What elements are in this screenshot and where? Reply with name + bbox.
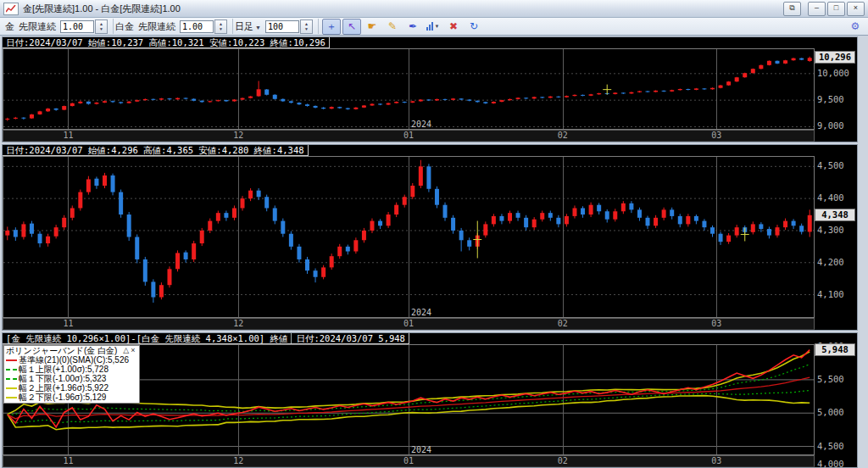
platinum-multiplier-input[interactable] — [180, 20, 214, 33]
price-tick-label: 4,300 — [817, 225, 844, 235]
spread-header-bar: [金 先限連続 10,296×1.00]-[白金 先限連続 4,348×1.00… — [3, 333, 857, 344]
legend-item: 幅１上限(+1.00σ):5,728 — [6, 365, 136, 374]
price-tick-label: 5,500 — [817, 374, 844, 384]
gold-chart-pane: 日付:2024/03/07 始値:10,237 高値:10,321 安値:10,… — [2, 36, 858, 142]
month-tick-label: 03 — [711, 319, 721, 329]
year-label: 2024 — [411, 120, 431, 129]
platinum-series-group: 白金 先限連続 ▲▼ — [114, 19, 233, 34]
platinum-time-axis[interactable]: 1112010203 — [3, 318, 815, 330]
pan-tool[interactable]: ☛ — [363, 19, 381, 35]
chart-type-dropdown[interactable]: ▼ — [424, 19, 442, 35]
month-tick-label: 12 — [233, 319, 243, 329]
chart-app-icon — [3, 3, 19, 15]
new-window-icon[interactable]: ⧉ — [783, 2, 801, 16]
title-bar: 金[先限連続]1.00 - 白金[先限連続]1.00 ⧉ – □ × — [0, 0, 868, 18]
spread-date-readout: 日付:2024/03/07 5,948 — [291, 333, 404, 343]
close-icon[interactable]: × — [847, 2, 865, 16]
platinum-price-axis[interactable]: 4,5004,4004,3004,2004,1004,348 — [815, 156, 857, 318]
gold-multiplier-input[interactable] — [60, 20, 94, 33]
axis-corner — [815, 130, 857, 142]
spread-chart-pane: [金 先限連続 10,296×1.00]-[白金 先限連続 4,348×1.00… — [2, 332, 858, 468]
month-tick-label: 11 — [63, 319, 73, 329]
platinum-multiplier-stepper[interactable]: ▲▼ — [214, 20, 227, 34]
price-tick-label: 4,400 — [817, 192, 844, 203]
legend-item: 幅１下限(-1.00σ):5,323 — [6, 374, 136, 383]
gold-ohlc-readout: 日付:2024/03/07 始値:10,237 高値:10,321 安値:10,… — [3, 37, 330, 48]
toolbar: 金 先限連続 ▲▼ 白金 先限連続 ▲▼ 日足▼ ▲▼ ＋↖☛✎✒▼✖↻ ⚙ — [0, 18, 868, 36]
price-tick-label: 4,500 — [817, 441, 844, 451]
platinum-series-mode: 先限連続 — [138, 20, 175, 33]
gold-multiplier-stepper[interactable]: ▲▼ — [95, 20, 108, 34]
price-tick-label: 10,000 — [817, 68, 849, 78]
legend-minimize-icon[interactable]: △ — [122, 346, 130, 355]
month-tick-label: 11 — [63, 456, 73, 466]
gold-series-group: 金 先限連続 ▲▼ — [3, 19, 114, 34]
period-group: 日足▼ ▲▼ — [233, 19, 319, 34]
month-tick-label: 02 — [558, 131, 568, 141]
month-tick-label: 01 — [403, 131, 414, 141]
legend-title: ボリンジャーバンド(金 白金) — [6, 346, 122, 355]
pencil-tool[interactable]: ✎ — [383, 19, 402, 35]
price-tick-label: 4,000 — [817, 459, 844, 468]
chart-area: 日付:2024/03/07 始値:10,237 高値:10,321 安値:10,… — [0, 36, 868, 468]
maximize-icon[interactable]: □ — [827, 2, 845, 16]
last-price-badge: 4,348 — [815, 209, 855, 221]
spread-price-axis[interactable]: 5,5005,0004,5006,0004,0005,948 — [815, 344, 857, 455]
refresh[interactable]: ↻ — [465, 19, 483, 35]
month-tick-label: 01 — [403, 456, 414, 466]
month-tick-label: 12 — [233, 131, 243, 141]
gold-time-axis[interactable]: 1112010203 — [3, 130, 815, 142]
legend-item: 基準線(21)(0)(SMA)(C):5,526 — [6, 355, 136, 365]
minimize-icon[interactable]: – — [808, 2, 826, 16]
legend-item: 幅２上限(+1.96σ):5,922 — [6, 383, 136, 393]
gold-series-mode: 先限連続 — [19, 20, 56, 33]
timeframe-dropdown[interactable]: 日足▼ — [235, 20, 261, 33]
bar-count-input[interactable] — [265, 20, 299, 33]
legend-item: 幅２下限(-1.96σ):5,129 — [6, 393, 136, 402]
price-tick-label: 4,500 — [817, 160, 844, 170]
price-tick-label: 9,000 — [817, 120, 844, 131]
platinum-info-bar: 日付:2024/03/07 始値:4,296 高値:4,365 安値:4,280… — [3, 145, 857, 156]
price-tick-label: 4,200 — [817, 257, 844, 267]
spread-chart-plot[interactable]: 2024 ボリンジャーバンド(金 白金) △ × 基準線(21)(0)(SMA)… — [3, 344, 815, 455]
price-tick-label: 9,500 — [817, 94, 844, 104]
price-tick-label: 5,000 — [817, 407, 844, 417]
month-tick-label: 01 — [403, 319, 414, 329]
gold-series-label: 金 — [5, 20, 14, 33]
gold-info-bar: 日付:2024/03/07 始値:10,237 高値:10,321 安値:10,… — [3, 37, 857, 48]
crosshair-tool[interactable]: ＋ — [322, 19, 341, 35]
bollinger-legend: ボリンジャーバンド(金 白金) △ × 基準線(21)(0)(SMA)(C):5… — [3, 345, 140, 404]
last-price-badge: 10,296 — [815, 51, 855, 64]
bar-count-stepper[interactable]: ▲▼ — [300, 20, 313, 34]
year-label: 2024 — [411, 445, 431, 454]
platinum-chart-plot[interactable]: 2024 — [3, 156, 815, 318]
wrench-settings-icon[interactable]: ⚙ — [846, 19, 865, 35]
platinum-chart-pane: 日付:2024/03/07 始値:4,296 高値:4,365 安値:4,280… — [2, 144, 858, 331]
pen-tool[interactable]: ✒ — [403, 19, 422, 35]
axis-corner — [815, 318, 857, 330]
month-tick-label: 02 — [558, 456, 568, 466]
tool-buttons: ＋↖☛✎✒▼✖↻ — [319, 19, 483, 35]
month-tick-label: 03 — [711, 456, 721, 466]
last-price-badge: 5,948 — [815, 343, 855, 356]
month-tick-label: 02 — [558, 319, 568, 329]
legend-close-icon[interactable]: × — [130, 346, 136, 355]
select-tool[interactable]: ↖ — [342, 19, 361, 35]
trading-app-window: 金[先限連続]1.00 - 白金[先限連続]1.00 ⧉ – □ × 金 先限連… — [0, 0, 868, 468]
platinum-series-label: 白金 — [115, 20, 134, 33]
year-label: 2024 — [411, 308, 431, 317]
platinum-ohlc-readout: 日付:2024/03/07 始値:4,296 高値:4,365 安値:4,280… — [3, 145, 309, 156]
spread-formula-readout: [金 先限連続 10,296×1.00]-[白金 先限連続 4,348×1.00… — [3, 333, 409, 344]
spread-time-axis[interactable]: 1112010203 — [3, 455, 815, 467]
price-tick-label: 4,100 — [817, 289, 844, 299]
window-title: 金[先限連続]1.00 - 白金[先限連続]1.00 — [23, 3, 783, 15]
gold-price-axis[interactable]: 10,0009,5009,00010,296 — [815, 48, 857, 130]
month-tick-label: 11 — [63, 131, 73, 141]
chevron-down-icon: ▼ — [255, 25, 261, 31]
month-tick-label: 03 — [711, 131, 721, 141]
gold-chart-plot[interactable]: 2024 — [3, 48, 815, 130]
delete-drawings[interactable]: ✖ — [444, 19, 463, 35]
month-tick-label: 12 — [233, 456, 243, 466]
